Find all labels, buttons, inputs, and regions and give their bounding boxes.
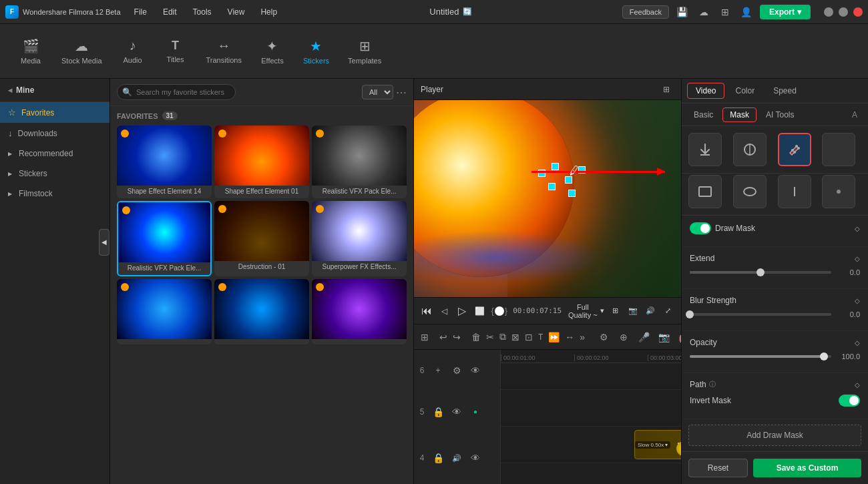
close-button[interactable]: ✕ bbox=[853, 7, 863, 17]
cut-button[interactable]: ✂ bbox=[486, 329, 494, 345]
track-settings-6[interactable]: ⚙ bbox=[449, 362, 465, 379]
opacity-slider[interactable] bbox=[690, 355, 831, 358]
tab-color[interactable]: Color bbox=[727, 83, 763, 98]
reverse-button[interactable]: ↔ bbox=[565, 329, 574, 345]
search-input[interactable] bbox=[117, 84, 236, 100]
add-draw-mask-button[interactable]: Add Draw Mask bbox=[688, 425, 861, 446]
track-mute-5[interactable]: ● bbox=[467, 404, 483, 420]
mic-button[interactable]: 🎤 bbox=[636, 329, 652, 345]
sticker-item[interactable]: Destruction - 01 bbox=[214, 201, 309, 276]
info-icon[interactable]: ⓘ bbox=[709, 380, 716, 389]
keyframe-diamond-icon[interactable]: ◇ bbox=[855, 225, 860, 232]
panel-collapse-button[interactable]: ◀ bbox=[99, 229, 110, 256]
more-options-button[interactable]: ⋯ bbox=[396, 86, 407, 99]
blur-slider[interactable] bbox=[690, 313, 831, 316]
extra-mask-button[interactable] bbox=[822, 133, 855, 166]
sticker-item[interactable]: Superpower FX Effects... bbox=[312, 201, 407, 276]
draw-mask-toggle[interactable] bbox=[690, 222, 711, 234]
sticker-item[interactable]: Realistic VFX Pack Ele... bbox=[312, 126, 407, 198]
sidebar-item-filmstock[interactable]: ▶ Filmstock bbox=[0, 184, 110, 204]
add-track-button[interactable]: + bbox=[430, 362, 446, 379]
mask-point[interactable] bbox=[548, 183, 556, 190]
undo-button[interactable]: ↩ bbox=[439, 329, 447, 345]
track-eye-6[interactable]: 👁 bbox=[467, 362, 483, 379]
sticker-item[interactable] bbox=[214, 279, 309, 344]
track-audio-4[interactable]: 🔊 bbox=[449, 450, 465, 466]
delete-button[interactable]: 🗑 bbox=[471, 329, 481, 345]
toolbar-stickers[interactable]: ★ Stickers bbox=[295, 33, 337, 70]
settings-button[interactable]: ⚙ bbox=[596, 329, 612, 345]
save-icon-btn[interactable]: 💾 bbox=[674, 4, 690, 20]
reset-button[interactable]: Reset bbox=[688, 459, 748, 477]
save-as-custom-button[interactable]: Save as Custom bbox=[753, 459, 861, 477]
speed-button[interactable]: ⏩ bbox=[548, 329, 560, 345]
ai-extra-tab[interactable]: A bbox=[847, 108, 863, 122]
volume-button[interactable]: 🔊 bbox=[644, 303, 656, 319]
tab-video[interactable]: Video bbox=[687, 83, 724, 99]
tab-speed[interactable]: Speed bbox=[765, 83, 805, 98]
keyframe-diamond-icon[interactable]: ◇ bbox=[855, 255, 860, 262]
fullscreen-button[interactable]: ⤢ bbox=[662, 303, 674, 319]
sticker-item[interactable] bbox=[312, 279, 407, 344]
oval-mask-button[interactable] bbox=[733, 175, 767, 208]
play-button[interactable]: ▷ bbox=[456, 303, 468, 319]
copy-button[interactable]: ⧉ bbox=[499, 329, 506, 345]
scene-detect-button[interactable]: ⊞ bbox=[421, 329, 429, 345]
sticker-item-selected[interactable]: Realistic VFX Pack Ele... bbox=[117, 201, 212, 276]
keyframe-diamond-icon[interactable]: ◇ bbox=[855, 297, 860, 304]
redo-button[interactable]: ↪ bbox=[453, 329, 461, 345]
sub-tab-basic[interactable]: Basic bbox=[687, 108, 720, 122]
mask-point[interactable] bbox=[565, 176, 572, 184]
mask-point[interactable] bbox=[568, 190, 576, 197]
toolbar-titles[interactable]: T Titles bbox=[156, 33, 196, 69]
track-lock-4[interactable]: 🔒 bbox=[430, 450, 446, 466]
sticker-item[interactable] bbox=[117, 279, 212, 344]
menu-file[interactable]: File bbox=[132, 6, 150, 18]
screenshot-button[interactable]: 📷 bbox=[627, 303, 639, 319]
toolbar-effects[interactable]: ✦ Effects bbox=[252, 33, 292, 70]
text-button[interactable]: T bbox=[538, 329, 543, 345]
more-tl-button[interactable]: » bbox=[580, 329, 585, 345]
extend-thumb[interactable] bbox=[756, 268, 765, 276]
quality-button[interactable]: Full Quality ~ ▾ bbox=[567, 303, 604, 319]
blur-thumb[interactable] bbox=[686, 310, 694, 318]
sidebar-item-recommended[interactable]: ▶ Recommended bbox=[0, 144, 110, 164]
user-icon-btn[interactable]: 👤 bbox=[738, 4, 754, 20]
pen-mask-button[interactable] bbox=[778, 133, 811, 166]
keyframe-diamond-icon[interactable]: ◇ bbox=[855, 339, 860, 346]
opacity-thumb[interactable] bbox=[820, 352, 828, 360]
keyframe-diamond-icon[interactable]: ◇ bbox=[855, 381, 860, 389]
crop-button[interactable]: ⊡ bbox=[525, 329, 533, 345]
toolbar-media[interactable]: 🎬 Media bbox=[11, 33, 51, 70]
menu-tools[interactable]: Tools bbox=[190, 6, 214, 18]
sub-tab-ai-tools[interactable]: AI Tools bbox=[759, 108, 801, 122]
trim-button[interactable]: ⊠ bbox=[511, 329, 519, 345]
camera-button[interactable]: 📷 bbox=[656, 329, 672, 345]
step-back-button[interactable]: ◁ bbox=[438, 303, 450, 319]
ai-button[interactable]: 🤖 bbox=[676, 329, 681, 345]
track-lock-5[interactable]: 🔒 bbox=[430, 404, 446, 420]
export-button[interactable]: Export ▾ bbox=[760, 5, 811, 19]
circle-mask-button[interactable] bbox=[733, 133, 767, 166]
feedback-button[interactable]: Feedback bbox=[622, 5, 669, 19]
line-mask-button[interactable] bbox=[778, 175, 811, 208]
aspect-ratio-button[interactable]: ⊞ bbox=[610, 303, 622, 319]
invert-mask-toggle[interactable] bbox=[839, 395, 860, 407]
skip-back-button[interactable]: ⏮ bbox=[421, 303, 433, 319]
sidebar-item-stickers[interactable]: ▶ Stickers bbox=[0, 164, 110, 184]
extend-slider[interactable] bbox=[690, 271, 831, 274]
toolbar-transitions[interactable]: ↔ Transitions bbox=[198, 33, 250, 69]
menu-view[interactable]: View bbox=[225, 6, 248, 18]
toolbar-stock[interactable]: ☁ Stock Media bbox=[53, 33, 110, 70]
mask-point[interactable] bbox=[552, 163, 559, 170]
sidebar-item-favorites[interactable]: ☆ Favorites bbox=[0, 102, 110, 123]
grid-icon-btn[interactable]: ⊞ bbox=[717, 4, 733, 20]
stop-button[interactable]: ⬜ bbox=[473, 303, 485, 319]
timeline-clip[interactable]: Slow 0.50x ▾ Shape Effect Elemen... bbox=[634, 430, 681, 459]
sticker-item[interactable]: Shape Effect Element 01 bbox=[214, 126, 309, 198]
menu-help[interactable]: Help bbox=[258, 6, 280, 18]
sub-tab-mask[interactable]: Mask bbox=[722, 107, 756, 122]
sticker-item[interactable]: Shape Effect Element 14 bbox=[117, 126, 212, 198]
filter-select[interactable]: All bbox=[362, 85, 393, 99]
sidebar-item-downloads[interactable]: ↓ Downloads bbox=[0, 123, 110, 144]
